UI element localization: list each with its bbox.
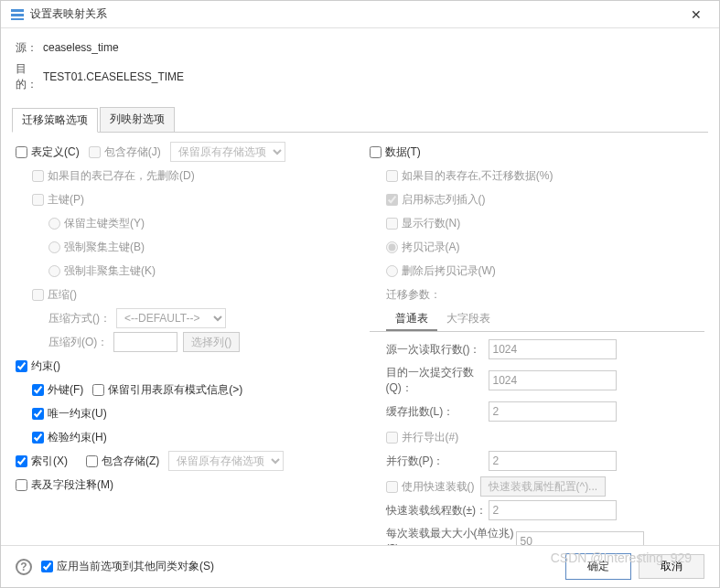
parallel-export-checkbox [386,432,398,444]
force-cluster-label: 强制聚集主键(B) [64,240,145,255]
tab-strategy[interactable]: 迁移策略选项 [12,108,98,133]
force-noncluster-label: 强制非聚集主键(K) [64,263,156,279]
enable-identity-checkbox [386,194,398,206]
foreign-key-label: 外键(F) [48,382,83,398]
keep-pk-type-radio [48,218,60,230]
force-cluster-radio [48,241,60,253]
parallel-export-label: 并行导出(#) [402,430,459,445]
src-read-rows-label: 源一次读取行数()： [370,342,489,358]
cache-batch-label: 缓存批数(L)： [370,404,489,420]
include-store-label: 包含存储(J) [104,145,161,158]
subtab-normal[interactable]: 普通表 [386,308,437,331]
delete-copy-label: 删除后拷贝记录(W) [402,263,496,279]
index-label: 索引(X) [31,454,68,469]
keep-pk-type-label: 保留主键类型(Y) [64,216,145,231]
cancel-button[interactable]: 取消 [639,554,704,579]
tabs: 迁移策略选项 列映射选项 [12,107,708,133]
index-checkbox[interactable] [16,455,27,467]
cache-batch-input [489,401,617,422]
drop-first-checkbox [32,170,44,182]
parallel-count-label: 并行数(P)： [370,454,489,469]
src-read-rows-input [489,339,617,359]
table-def-label: 表定义(C) [31,144,80,160]
svg-rect-1 [11,14,24,16]
foreign-key-checkbox[interactable] [32,384,44,396]
choose-col-button: 选择列() [183,332,240,352]
fast-load-attr-button: 快速装载属性配置(^)... [480,476,607,497]
compress-label: 压缩() [48,287,77,303]
app-icon [10,7,25,22]
copy-records-radio [386,241,398,253]
ok-button[interactable]: 确定 [565,553,631,580]
table-def-checkbox[interactable] [16,146,27,158]
constraint-label: 约束() [31,358,60,374]
titlebar: 设置表映射关系 ✕ [1,1,719,28]
force-noncluster-radio [48,265,60,277]
apply-all-checkbox[interactable] [41,561,53,572]
dst-commit-rows-label: 目的一次提交行数(Q)： [370,365,489,396]
keep-store-select: 保留原有存储选项 [170,142,285,162]
constraint-checkbox[interactable] [16,360,27,372]
footer: ? 应用当前选项到其他同类对象(S) 确定 取消 [1,545,719,587]
content: 表定义(C) 包含存储(J) 保留原有存储选项 如果目的表已存在，先删除(D) … [1,133,719,548]
svg-rect-0 [11,9,24,12]
fast-load-threads-input [489,500,617,520]
right-column: 数据(T) 如果目的表存在,不迁移数据(%) 启用标志列插入() 显示行数(N)… [370,142,705,548]
no-migrate-label: 如果目的表存在,不迁移数据(%) [402,168,553,184]
enable-identity-label: 启用标志列插入() [402,192,486,208]
table-col-comment-checkbox[interactable] [16,479,27,491]
compress-method-label: 压缩方式()： [48,311,111,326]
parallel-count-input [489,451,617,471]
apply-all-label: 应用当前选项到其他同类对象(S) [57,559,214,574]
check-label: 检验约束(H) [48,430,107,445]
unique-checkbox[interactable] [32,408,44,420]
fast-load-checkbox [386,481,398,493]
fast-load-threads-label: 快速装载线程数(±)： [370,503,489,519]
close-icon[interactable]: ✕ [682,7,710,22]
show-rows-label: 显示行数(N) [402,216,461,231]
show-rows-checkbox [386,218,398,230]
keep-ref-schema-checkbox[interactable] [92,384,104,396]
data-label: 数据(T) [385,144,421,160]
subtab-large[interactable]: 大字段表 [437,308,500,331]
compress-checkbox [32,289,44,301]
source-value: ceaseless_time [43,41,119,54]
unique-label: 唯一约束(U) [48,406,107,422]
tab-mapping[interactable]: 列映射选项 [100,107,175,132]
data-checkbox[interactable] [370,146,381,158]
compress-method-select: <--DEFAULT--> [116,308,226,328]
help-icon[interactable]: ? [16,559,32,575]
primary-key-checkbox [32,194,44,206]
left-column: 表定义(C) 包含存储(J) 保留原有存储选项 如果目的表已存在，先删除(D) … [16,142,370,548]
migrate-params-label: 迁移参数： [386,287,441,303]
index-include-store-checkbox[interactable] [86,455,98,467]
include-store-checkbox [89,146,101,158]
check-checkbox[interactable] [32,432,44,444]
fast-load-label: 使用快速装载() [402,479,475,495]
dst-commit-rows-input [489,370,617,390]
compress-col-label: 压缩列(O)： [48,335,108,350]
delete-copy-radio [386,265,398,277]
target-label: 目的： [16,61,43,92]
keep-ref-schema-label: 保留引用表原有模式信息(>) [108,382,242,398]
table-col-comment-label: 表及字段注释(M) [31,477,113,493]
subtabs: 普通表 大字段表 [370,308,705,332]
target-value: TEST01.CEASELESS_TIME [43,70,184,83]
source-label: 源： [16,40,43,56]
primary-key-label: 主键(P) [48,192,84,208]
svg-rect-2 [11,18,24,20]
header: 源：ceaseless_time 目的：TEST01.CEASELESS_TIM… [1,28,719,102]
drop-first-label: 如果目的表已存在，先删除(D) [48,168,195,184]
copy-records-label: 拷贝记录(A) [402,240,460,255]
compress-col-input [113,332,177,352]
index-include-store-label: 包含存储(Z) [102,454,159,469]
index-keep-store-select: 保留原有存储选项 [168,451,284,471]
no-migrate-checkbox [386,170,398,182]
window-title: 设置表映射关系 [30,6,682,22]
